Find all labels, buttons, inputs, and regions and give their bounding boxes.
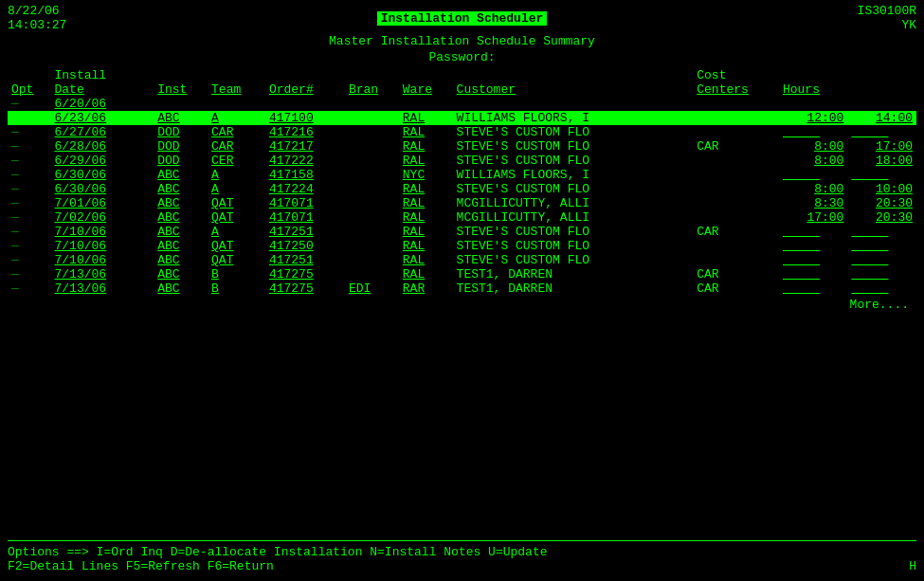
date: 8/22/06 xyxy=(8,4,121,18)
cell-start-time: 8:00 xyxy=(779,139,847,154)
th-install-label: Install xyxy=(51,68,154,82)
table-row[interactable]: 6/23/06ABCA417100RALWILLIAMS FLOORS, I12… xyxy=(8,111,916,125)
table-row[interactable]: —6/30/06ABCA417224RALSTEVE'S CUSTOM FLO8… xyxy=(8,182,916,196)
cell-end-time xyxy=(847,225,916,239)
th-hours xyxy=(779,68,847,82)
th-centers: Centers xyxy=(693,82,779,97)
header-row: 8/22/06 14:03:27 Installation Scheduler … xyxy=(8,4,916,32)
cell-ware: RAL xyxy=(399,253,453,267)
cell-cost xyxy=(693,239,779,253)
cell-ware: RAL xyxy=(399,139,453,154)
cell-opt: — xyxy=(8,139,51,154)
cell-inst: ABC xyxy=(154,225,208,239)
th-opt2: Opt xyxy=(8,82,51,97)
cell-date: 6/29/06 xyxy=(51,154,154,168)
cell-cost xyxy=(693,182,779,196)
th-team2: Team xyxy=(208,82,265,97)
cell-date: 6/30/06 xyxy=(51,168,154,182)
cell-cost xyxy=(693,196,779,210)
cell-customer: STEVE'S CUSTOM FLO xyxy=(453,239,694,253)
cell-date: 6/28/06 xyxy=(51,139,154,154)
cell-team: A xyxy=(208,182,265,196)
table-row[interactable]: —7/01/06ABCQAT417071RALMCGILLICUTTY, ALL… xyxy=(8,196,916,210)
cell-cost: CAR xyxy=(693,225,779,239)
th-end2 xyxy=(847,82,916,97)
cell-start-time xyxy=(779,97,847,111)
cell-order: 417158 xyxy=(265,168,345,182)
th-order xyxy=(265,68,345,82)
cell-order: 417275 xyxy=(265,281,345,296)
table-row[interactable]: —6/30/06ABCA417158NYCWILLIAMS FLOORS, I xyxy=(8,168,916,182)
cell-order: 417251 xyxy=(265,225,345,239)
cell-customer: STEVE'S CUSTOM FLO xyxy=(453,182,694,196)
cell-bran xyxy=(345,267,399,281)
th-hours2: Hours xyxy=(779,82,847,97)
cell-end-time: 20:30 xyxy=(847,210,916,225)
cell-end-time: 18:00 xyxy=(847,154,916,168)
cell-end-time: 14:00 xyxy=(847,111,916,125)
function-line: F2=Detail Lines F5=Refresh F6=Return xyxy=(8,559,274,573)
cell-cost xyxy=(693,111,779,125)
cell-end-time xyxy=(847,239,916,253)
cell-customer: WILLIAMS FLOORS, I xyxy=(453,111,694,125)
table-row[interactable]: —7/13/06ABCB417275RALTEST1, DARRENCAR xyxy=(8,267,916,281)
cell-date: 6/27/06 xyxy=(51,125,154,139)
cell-cost xyxy=(693,210,779,225)
cell-customer: STEVE'S CUSTOM FLO xyxy=(453,139,694,154)
cell-order: 417275 xyxy=(265,267,345,281)
footer: Options ==> I=Ord Inq D=De-allocate Inst… xyxy=(8,540,916,573)
table-row[interactable]: —6/29/06DODCER417222RALSTEVE'S CUSTOM FL… xyxy=(8,154,916,168)
table-row[interactable]: —7/02/06ABCQAT417071RALMCGILLICUTTY, ALL… xyxy=(8,210,916,225)
cell-start-time: 12:00 xyxy=(779,111,847,125)
cell-bran xyxy=(345,210,399,225)
program-info: IS30100R YK xyxy=(803,4,916,32)
cell-order: 417224 xyxy=(265,182,345,196)
cell-date: 7/02/06 xyxy=(51,210,154,225)
cell-start-time: 17:00 xyxy=(779,210,847,225)
password-label: Password: xyxy=(428,50,495,64)
cell-opt: — xyxy=(8,182,51,196)
th-opt xyxy=(8,68,51,82)
cell-end-time xyxy=(847,267,916,281)
cell-bran xyxy=(345,154,399,168)
cell-team: CAR xyxy=(208,125,265,139)
cell-order: 417217 xyxy=(265,139,345,154)
cell-ware xyxy=(399,97,453,111)
main-screen: 8/22/06 14:03:27 Installation Scheduler … xyxy=(0,0,924,581)
th-end xyxy=(847,68,916,82)
cell-date: 7/10/06 xyxy=(51,253,154,267)
cell-bran xyxy=(345,225,399,239)
cell-date: 7/13/06 xyxy=(51,281,154,296)
cell-team: A xyxy=(208,111,265,125)
cell-opt: — xyxy=(8,196,51,210)
cell-end-time xyxy=(847,281,916,296)
cell-opt: — xyxy=(8,253,51,267)
table-row[interactable]: —6/20/06 xyxy=(8,97,916,111)
cell-start-time: 8:00 xyxy=(779,154,847,168)
cell-end-time xyxy=(847,253,916,267)
cell-start-time xyxy=(779,225,847,239)
table-row[interactable]: —7/13/06ABCB417275EDIRARTEST1, DARRENCAR xyxy=(8,281,916,296)
cell-customer: TEST1, DARREN xyxy=(453,281,694,296)
cell-team: QAT xyxy=(208,253,265,267)
cell-inst: DOD xyxy=(154,139,208,154)
table-row[interactable]: —7/10/06ABCQAT417250RALSTEVE'S CUSTOM FL… xyxy=(8,239,916,253)
cell-date: 6/30/06 xyxy=(51,182,154,196)
cell-order: 417222 xyxy=(265,154,345,168)
table-row[interactable]: —6/27/06DODCAR417216RALSTEVE'S CUSTOM FL… xyxy=(8,125,916,139)
cell-start-time: 8:00 xyxy=(779,182,847,196)
table-row[interactable]: —7/10/06ABCA417251RALSTEVE'S CUSTOM FLOC… xyxy=(8,225,916,239)
col-header-1: Install Cost xyxy=(8,68,916,82)
cell-start-time xyxy=(779,253,847,267)
table-row[interactable]: —6/28/06DODCAR417217RALSTEVE'S CUSTOM FL… xyxy=(8,139,916,154)
cell-opt: — xyxy=(8,97,51,111)
cell-end-time xyxy=(847,168,916,182)
cell-cost: CAR xyxy=(693,281,779,296)
title-center: Installation Scheduler xyxy=(121,11,803,26)
cell-customer xyxy=(453,97,694,111)
table-row[interactable]: —7/10/06ABCQAT417251RALSTEVE'S CUSTOM FL… xyxy=(8,253,916,267)
date-time: 8/22/06 14:03:27 xyxy=(8,4,121,32)
cell-date: 7/10/06 xyxy=(51,239,154,253)
cell-inst: DOD xyxy=(154,125,208,139)
cell-cost: CAR xyxy=(693,267,779,281)
